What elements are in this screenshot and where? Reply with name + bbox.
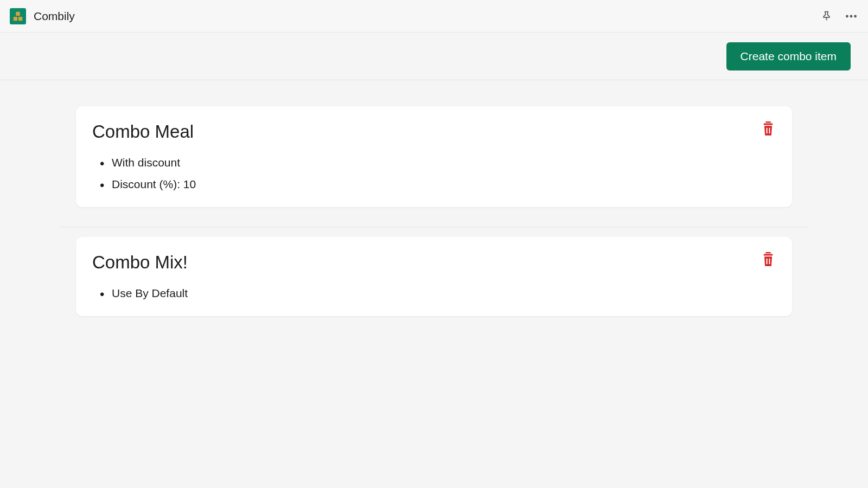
card-title: Combo Mix! (92, 252, 188, 273)
separator (60, 227, 808, 227)
list-item: With discount (100, 156, 776, 169)
delete-button[interactable] (761, 252, 776, 269)
combo-card: Combo Mix! Use By Default (76, 237, 792, 316)
card-list: With discount Discount (%): 10 (92, 156, 776, 191)
actionbar: Create combo item (0, 33, 868, 80)
create-combo-button[interactable]: Create combo item (726, 42, 851, 70)
svg-rect-7 (764, 124, 773, 125)
topbar-left: Combily (10, 8, 75, 24)
svg-rect-10 (769, 128, 770, 134)
svg-rect-12 (765, 252, 770, 253)
topbar: Combily (0, 0, 868, 33)
topbar-right (821, 9, 858, 23)
app-icon (10, 8, 26, 24)
svg-rect-14 (769, 259, 770, 265)
delete-button[interactable] (761, 121, 776, 138)
svg-rect-9 (767, 128, 768, 134)
pin-icon[interactable] (821, 10, 832, 22)
content: Combo Meal With discount Discount (%): 1… (0, 80, 868, 316)
card-title: Combo Meal (92, 121, 194, 142)
svg-rect-13 (767, 259, 768, 265)
svg-rect-8 (765, 121, 770, 123)
list-item: Use By Default (100, 287, 776, 300)
card-header: Combo Meal (92, 121, 776, 142)
svg-point-4 (846, 15, 848, 17)
app-name: Combily (34, 10, 75, 23)
card-header: Combo Mix! (92, 252, 776, 273)
more-icon[interactable] (844, 9, 858, 23)
card-list: Use By Default (92, 287, 776, 300)
trash-icon (761, 261, 776, 269)
svg-rect-11 (764, 254, 773, 256)
svg-point-5 (850, 15, 853, 17)
svg-rect-0 (16, 11, 20, 15)
combo-card: Combo Meal With discount Discount (%): 1… (76, 106, 792, 207)
svg-rect-2 (18, 16, 22, 20)
svg-rect-1 (14, 16, 17, 20)
svg-point-6 (854, 15, 857, 17)
trash-icon (761, 130, 776, 138)
list-item: Discount (%): 10 (100, 178, 776, 191)
